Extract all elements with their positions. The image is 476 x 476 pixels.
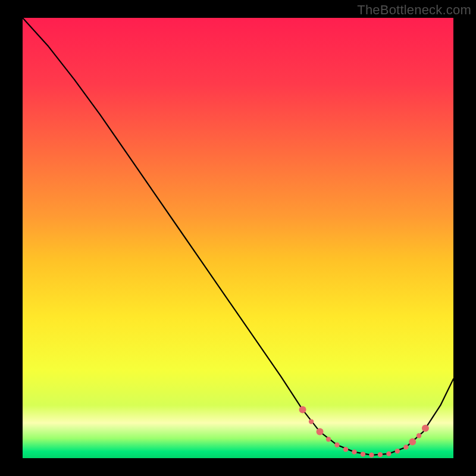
marker-dot <box>361 452 365 456</box>
marker-dot <box>395 449 400 453</box>
marker-dot <box>403 444 408 449</box>
marker-dot <box>326 437 331 441</box>
marker-dot <box>386 451 391 456</box>
marker-dot <box>422 425 429 432</box>
marker-dot <box>343 447 348 452</box>
marker-dot <box>416 433 421 438</box>
marker-dot <box>409 439 416 446</box>
marker-dot <box>352 449 356 454</box>
marker-dot <box>309 419 314 424</box>
bottleneck-chart <box>0 0 476 476</box>
marker-dot <box>317 428 324 436</box>
marker-dot <box>299 406 306 414</box>
chart-frame: TheBottleneck.com <box>0 0 476 476</box>
marker-dot <box>334 443 339 447</box>
marker-dot <box>378 452 383 457</box>
watermark-text: TheBottleneck.com <box>357 2 471 18</box>
plot-background <box>23 18 453 458</box>
marker-dot <box>369 453 374 458</box>
